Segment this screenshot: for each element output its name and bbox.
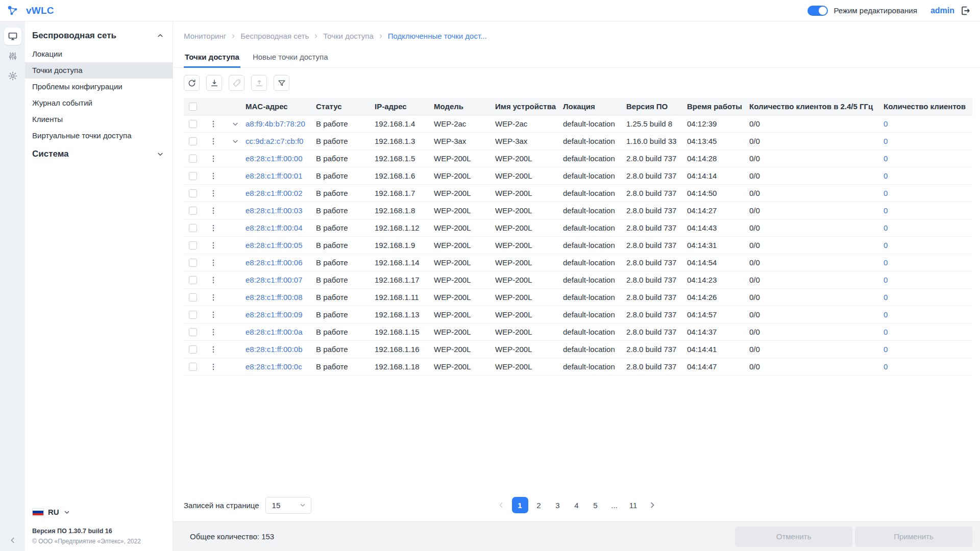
clients-total-link[interactable]: 0 [884, 276, 888, 284]
row-checkbox[interactable] [189, 224, 197, 232]
row-actions-kebab-icon[interactable] [209, 258, 218, 267]
row-actions-kebab-icon[interactable] [209, 137, 218, 146]
clients-total-link[interactable]: 0 [884, 362, 888, 371]
mac-address-link[interactable]: e8:28:c1:ff:00:01 [246, 171, 302, 180]
logout-icon[interactable] [960, 5, 971, 16]
mac-address-link[interactable]: cc:9d:a2:c7:cb:f0 [246, 137, 303, 145]
prev-page-button[interactable] [493, 497, 509, 513]
breadcrumb-item[interactable]: Беспроводная сеть [240, 32, 309, 40]
row-actions-kebab-icon[interactable] [209, 154, 218, 163]
page-button[interactable]: 5 [587, 497, 604, 513]
clients-total-link[interactable]: 0 [884, 328, 888, 336]
cancel-button[interactable]: Отменить [735, 527, 852, 547]
refresh-button[interactable] [184, 75, 200, 91]
row-actions-kebab-icon[interactable] [209, 362, 218, 371]
sidebar-item[interactable]: Журнал событий [25, 95, 173, 111]
mac-address-link[interactable]: e8:28:c1:ff:00:0c [246, 362, 302, 371]
row-checkbox[interactable] [189, 155, 197, 163]
sidebar-item[interactable]: Виртуальные точки доступа [25, 128, 173, 144]
row-checkbox[interactable] [189, 137, 197, 145]
apply-button[interactable]: Применить [855, 527, 972, 547]
clients-total-link[interactable]: 0 [884, 241, 888, 249]
clients-total-link[interactable]: 0 [884, 189, 888, 197]
row-checkbox[interactable] [189, 241, 197, 249]
filter-button[interactable] [274, 75, 289, 91]
row-checkbox[interactable] [189, 311, 197, 319]
row-checkbox[interactable] [189, 328, 197, 336]
sidebar-section-wireless-network[interactable]: Беспроводная сеть [25, 26, 173, 46]
page-button[interactable]: 4 [569, 497, 585, 513]
mac-address-link[interactable]: e8:28:c1:ff:00:04 [246, 223, 302, 232]
mac-address-link[interactable]: a8:f9:4b:b7:78:20 [246, 119, 305, 128]
row-checkbox[interactable] [189, 363, 197, 371]
page-button[interactable]: 1 [512, 497, 528, 513]
clients-total-link[interactable]: 0 [884, 223, 888, 232]
sidebar-item[interactable]: Проблемы конфигурации [25, 79, 173, 95]
row-actions-kebab-icon[interactable] [209, 241, 218, 250]
edit-mode-toggle[interactable] [807, 6, 828, 16]
mac-address-link[interactable]: e8:28:c1:ff:00:08 [246, 293, 302, 302]
mac-address-link[interactable]: e8:28:c1:ff:00:03 [246, 206, 302, 215]
clients-total-link[interactable]: 0 [884, 293, 888, 302]
clients-total-link[interactable]: 0 [884, 345, 888, 354]
row-expand-chevron-icon[interactable] [231, 137, 239, 145]
page-button[interactable]: ... [606, 497, 623, 513]
row-actions-kebab-icon[interactable] [209, 293, 218, 302]
select-all-checkbox[interactable] [189, 103, 197, 111]
collapse-sidebar-button[interactable] [8, 536, 17, 547]
radio-settings-nav-button[interactable] [4, 47, 21, 65]
row-checkbox[interactable] [189, 172, 197, 180]
sidebar-item[interactable]: Локации [25, 46, 173, 62]
row-checkbox[interactable] [189, 189, 197, 197]
page-button[interactable]: 2 [531, 497, 547, 513]
row-checkbox[interactable] [189, 345, 197, 354]
sidebar-item[interactable]: Клиенты [25, 111, 173, 128]
mac-address-link[interactable]: e8:28:c1:ff:00:06 [246, 258, 302, 267]
row-actions-kebab-icon[interactable] [209, 276, 218, 285]
row-checkbox[interactable] [189, 259, 197, 267]
clients-total-link[interactable]: 0 [884, 171, 888, 180]
row-checkbox[interactable] [189, 207, 197, 215]
mac-address-link[interactable]: e8:28:c1:ff:00:07 [246, 276, 302, 284]
clients-total-link[interactable]: 0 [884, 206, 888, 215]
row-actions-kebab-icon[interactable] [209, 189, 218, 198]
tab-access-points[interactable]: Точки доступа [184, 53, 240, 68]
sidebar-item[interactable]: Точки доступа [25, 62, 173, 79]
system-settings-nav-button[interactable] [4, 67, 21, 85]
row-checkbox[interactable] [189, 276, 197, 284]
row-expand-chevron-icon[interactable] [231, 120, 239, 128]
monitoring-nav-button[interactable] [4, 28, 21, 45]
clients-total-link[interactable]: 0 [884, 258, 888, 267]
mac-address-link[interactable]: e8:28:c1:ff:00:0b [246, 345, 302, 354]
row-actions-kebab-icon[interactable] [209, 223, 218, 233]
tag-button[interactable] [229, 75, 244, 91]
mac-address-link[interactable]: e8:28:c1:ff:00:05 [246, 241, 302, 249]
row-actions-kebab-icon[interactable] [209, 119, 218, 129]
next-page-button[interactable] [644, 497, 660, 513]
row-actions-kebab-icon[interactable] [209, 206, 218, 215]
upload-button[interactable] [251, 75, 267, 91]
tab-new-access-points[interactable]: Новые точки доступа [252, 53, 329, 68]
per-page-select[interactable]: 15 [265, 497, 311, 514]
breadcrumb-item[interactable]: Мониторинг [184, 32, 226, 40]
row-actions-kebab-icon[interactable] [209, 328, 218, 337]
user-name[interactable]: admin [930, 6, 954, 15]
clients-total-link[interactable]: 0 [884, 310, 888, 319]
mac-address-link[interactable]: e8:28:c1:ff:00:09 [246, 310, 302, 319]
page-button[interactable]: 3 [550, 497, 566, 513]
language-selector[interactable]: RU [32, 508, 165, 516]
sidebar-section-system[interactable]: Система [25, 144, 173, 164]
row-actions-kebab-icon[interactable] [209, 171, 218, 181]
clients-total-link[interactable]: 0 [884, 154, 888, 163]
clients-total-link[interactable]: 0 [884, 119, 888, 128]
row-actions-kebab-icon[interactable] [209, 345, 218, 354]
page-button[interactable]: 11 [625, 497, 642, 513]
row-checkbox[interactable] [189, 293, 197, 302]
row-actions-kebab-icon[interactable] [209, 310, 218, 319]
breadcrumb-item[interactable]: Точки доступа [323, 32, 374, 40]
download-button[interactable] [206, 75, 222, 91]
clients-total-link[interactable]: 0 [884, 137, 888, 145]
mac-address-link[interactable]: e8:28:c1:ff:00:0a [246, 328, 302, 336]
mac-address-link[interactable]: e8:28:c1:ff:00:00 [246, 154, 302, 163]
row-checkbox[interactable] [189, 120, 197, 128]
